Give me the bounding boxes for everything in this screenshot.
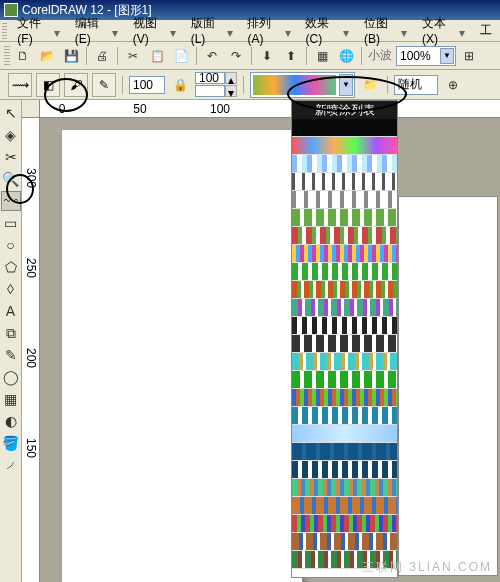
interactive-fill-tool[interactable]: ◐ xyxy=(1,411,21,431)
import-button[interactable]: ⬇ xyxy=(256,45,278,67)
spray-item[interactable] xyxy=(292,245,397,263)
watermark-text: 三联网 3LIAN.COM xyxy=(362,559,492,576)
spray-item[interactable] xyxy=(292,173,397,191)
artistic-media-tool[interactable]: 〰 xyxy=(1,191,21,211)
calligraphy-button[interactable]: ✎ xyxy=(92,73,116,97)
spray-item[interactable] xyxy=(292,299,397,317)
zoom-combo[interactable]: 100% ▼ xyxy=(396,46,456,66)
browse-button[interactable]: 📁 xyxy=(359,74,381,96)
outline-tool[interactable]: ◯ xyxy=(1,367,21,387)
spray-add-button[interactable]: ⊕ xyxy=(442,74,464,96)
spray-item[interactable] xyxy=(292,461,397,479)
toolbox: ↖ ◈ ✂ 🔍 〰 ▭ ○ ⬠ ◊ A ⧉ ✎ ◯ ▦ ◐ 🪣 ⟋ xyxy=(0,100,22,582)
spray-item[interactable] xyxy=(292,479,397,497)
redo-button[interactable]: ↷ xyxy=(225,45,247,67)
eyedropper-tool[interactable]: ✎ xyxy=(1,345,21,365)
spray-item[interactable] xyxy=(292,407,397,425)
spray-item[interactable] xyxy=(292,227,397,245)
menu-effects[interactable]: 效果(C)▾ xyxy=(299,13,358,48)
undo-button[interactable]: ↶ xyxy=(201,45,223,67)
spray-item[interactable] xyxy=(292,263,397,281)
paste-button[interactable]: 📄 xyxy=(170,45,192,67)
scale-x-input[interactable]: 100 xyxy=(195,72,225,84)
spraylist-combo[interactable]: ▼ xyxy=(250,72,355,98)
menu-file[interactable]: 文件(F)▾ xyxy=(11,13,68,48)
spraylist-header[interactable]: 新喷涂列表 xyxy=(292,101,397,119)
cut-button[interactable]: ✂ xyxy=(122,45,144,67)
spray-item[interactable] xyxy=(292,497,397,515)
menu-bitmaps[interactable]: 位图(B)▾ xyxy=(358,13,416,48)
web-button[interactable]: 🌐 xyxy=(335,45,357,67)
spray-item[interactable] xyxy=(292,425,397,443)
connector-tool[interactable]: ⟋ xyxy=(1,455,21,475)
spray-item[interactable] xyxy=(292,119,397,137)
spray-item[interactable] xyxy=(292,137,397,155)
ruler-origin[interactable] xyxy=(22,100,40,118)
lock-icon[interactable]: 🔒 xyxy=(169,74,191,96)
spray-item[interactable] xyxy=(292,281,397,299)
spray-item[interactable] xyxy=(292,317,397,335)
smart-fill-tool[interactable]: 🪣 xyxy=(1,433,21,453)
property-bar: ⟿ ◧ 🖌 ✎ 100 🔒 100▴ ▾ ▼ 📁 随机 ⊕ xyxy=(0,70,500,100)
menu-view[interactable]: 视图(V)▾ xyxy=(127,13,185,48)
crop-tool[interactable]: ✂ xyxy=(1,147,21,167)
copy-button[interactable]: 📋 xyxy=(146,45,168,67)
size-input[interactable]: 100 xyxy=(129,76,165,94)
sprayer-object-button[interactable]: ◧ xyxy=(36,73,60,97)
menu-arrange[interactable]: 排列(A)▾ xyxy=(241,13,299,48)
vertical-ruler[interactable]: 300 250 200 150 xyxy=(22,118,40,582)
dropdown-icon[interactable]: ▼ xyxy=(440,48,454,64)
brush-button[interactable]: 🖌 xyxy=(64,73,88,97)
spray-item[interactable] xyxy=(292,389,397,407)
drawing-page[interactable] xyxy=(62,130,302,582)
blend-tool[interactable]: ⧉ xyxy=(1,323,21,343)
horizontal-ruler[interactable]: 0 50 100 xyxy=(40,100,500,118)
spray-item[interactable] xyxy=(292,335,397,353)
pick-tool[interactable]: ↖ xyxy=(1,103,21,123)
fill-tool[interactable]: ▦ xyxy=(1,389,21,409)
new-button[interactable]: 🗋 xyxy=(12,45,34,67)
export-button[interactable]: ⬆ xyxy=(280,45,302,67)
dropdown-icon[interactable]: ▼ xyxy=(339,74,353,96)
spraylist-dropdown: 新喷涂列表 xyxy=(291,100,398,578)
spray-item[interactable] xyxy=(292,515,397,533)
app-launcher-button[interactable]: ▦ xyxy=(311,45,333,67)
spray-item[interactable] xyxy=(292,155,397,173)
spray-item[interactable] xyxy=(292,371,397,389)
wavelet-label: 小波 xyxy=(368,47,392,64)
spraylist-preview xyxy=(253,75,336,95)
scale-y-input[interactable] xyxy=(195,85,225,97)
menu-tools[interactable]: 工 xyxy=(474,20,498,41)
menu-text[interactable]: 文本(X)▾ xyxy=(416,13,474,48)
spray-item[interactable] xyxy=(292,533,397,551)
text-tool[interactable]: A xyxy=(1,301,21,321)
spray-order-combo[interactable]: 随机 xyxy=(394,75,438,95)
rectangle-tool[interactable]: ▭ xyxy=(1,213,21,233)
ellipse-tool[interactable]: ○ xyxy=(1,235,21,255)
menu-layout[interactable]: 版面(L)▾ xyxy=(185,13,242,48)
zoom-tool[interactable]: 🔍 xyxy=(1,169,21,189)
spray-item[interactable] xyxy=(292,191,397,209)
open-button[interactable]: 📂 xyxy=(36,45,58,67)
grip-icon xyxy=(4,46,10,66)
menu-edit[interactable]: 编辑(E)▾ xyxy=(69,13,127,48)
save-button[interactable]: 💾 xyxy=(60,45,82,67)
spinner[interactable]: ▾ xyxy=(225,85,237,97)
sprayer-preset-button[interactable]: ⟿ xyxy=(8,73,32,97)
shape-tool[interactable]: ◈ xyxy=(1,125,21,145)
snap-button[interactable]: ⊞ xyxy=(458,45,480,67)
spray-item[interactable] xyxy=(292,209,397,227)
basic-shapes-tool[interactable]: ◊ xyxy=(1,279,21,299)
grip-icon xyxy=(2,23,7,39)
print-button[interactable]: 🖨 xyxy=(91,45,113,67)
menu-bar: 文件(F)▾ 编辑(E)▾ 视图(V)▾ 版面(L)▾ 排列(A)▾ 效果(C)… xyxy=(0,20,500,42)
spray-item[interactable] xyxy=(292,443,397,461)
spray-item[interactable] xyxy=(292,353,397,371)
polygon-tool[interactable]: ⬠ xyxy=(1,257,21,277)
docker-panel[interactable] xyxy=(398,196,498,576)
spinner[interactable]: ▴ xyxy=(225,72,237,84)
zoom-value: 100% xyxy=(400,49,431,63)
